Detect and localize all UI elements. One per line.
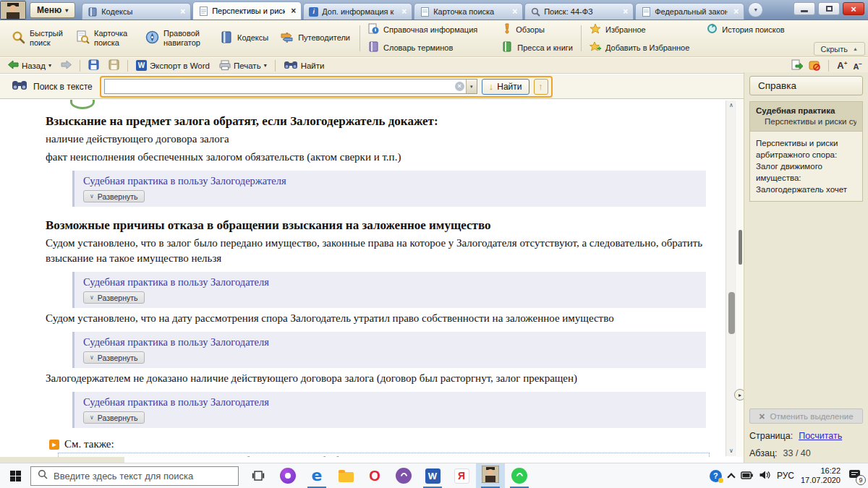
taskbar-app-consultantplus[interactable] bbox=[476, 463, 505, 488]
close-icon[interactable]: × bbox=[178, 7, 187, 17]
taskbar-search-box[interactable] bbox=[30, 466, 239, 486]
tray-expand-icon[interactable] bbox=[727, 473, 735, 481]
scrollbar-thumb[interactable] bbox=[728, 292, 735, 334]
claim-document-link[interactable]: Исковое заявление залогодержателя в арби… bbox=[64, 455, 548, 457]
history-icon bbox=[707, 23, 718, 35]
scroll-up-arrow[interactable]: ∧ bbox=[729, 102, 733, 109]
tab-dop-informatsiya[interactable]: i Доп. информация к абз... × bbox=[303, 3, 412, 20]
time: 16:22 bbox=[801, 466, 841, 476]
expand-button[interactable]: ∨ Развернуть bbox=[83, 351, 145, 364]
font-decrease-icon[interactable]: A− bbox=[853, 61, 862, 71]
search-history-button[interactable]: История поисков bbox=[707, 23, 784, 35]
practice-link[interactable]: Судебная практика в пользу Залогодателя bbox=[83, 336, 269, 348]
taskbar-app-viber[interactable] bbox=[389, 463, 418, 488]
find-previous-button[interactable]: ↑ bbox=[534, 79, 548, 95]
practice-link[interactable]: Судебная практика в пользу Залогодателя bbox=[83, 276, 269, 288]
tab-kartochka-poiska[interactable]: Карточка поиска × bbox=[414, 3, 523, 20]
find-in-text-button[interactable]: ↓ Найти bbox=[482, 79, 529, 95]
reviews-button[interactable]: Обзоры bbox=[502, 23, 573, 35]
cancel-selection-button[interactable]: × Отменить выделение bbox=[749, 408, 863, 424]
close-icon[interactable]: × bbox=[731, 7, 741, 17]
sidebar-card-subtitle: Перспективы и риски суд... bbox=[756, 117, 856, 126]
help-tray-icon[interactable]: ? bbox=[710, 470, 722, 482]
close-window-button[interactable]: × bbox=[843, 2, 864, 15]
close-icon[interactable]: × bbox=[399, 7, 409, 17]
document-toolbar: Назад ▾ W Экспорт в Word Печать ▾ Найти bbox=[0, 58, 868, 74]
search-card-button[interactable]: Карточка поиска bbox=[70, 26, 140, 51]
sidebar-selected-card[interactable]: Судебная практика Перспективы и риски су… bbox=[749, 101, 863, 202]
minimize-button[interactable] bbox=[793, 2, 815, 15]
taskbar-search-input[interactable] bbox=[54, 471, 231, 481]
start-button[interactable] bbox=[0, 463, 30, 488]
notification-center-icon[interactable]: 9 bbox=[848, 469, 861, 483]
clear-input-icon[interactable]: × bbox=[455, 82, 464, 91]
file-explorer-icon bbox=[339, 472, 354, 482]
taskbar-app-word[interactable]: W bbox=[418, 463, 447, 488]
codes-button[interactable]: Кодексы bbox=[214, 27, 274, 49]
taskbar-app-whatsapp[interactable] bbox=[505, 463, 534, 488]
star-icon bbox=[590, 23, 601, 35]
document-paragraph: Судом установлено, что на дату рассмотре… bbox=[46, 311, 706, 326]
tab-list-dropdown-button[interactable]: ▾ bbox=[748, 2, 763, 17]
export-word-button[interactable]: W Экспорт в Word bbox=[132, 59, 213, 72]
legal-navigator-button[interactable]: Правовой навигатор bbox=[140, 26, 214, 51]
close-icon[interactable]: × bbox=[289, 7, 298, 16]
word-icon: W bbox=[136, 60, 147, 71]
find-button[interactable]: Найти bbox=[280, 59, 328, 72]
taskbar-app-yandex[interactable]: Я bbox=[447, 463, 476, 488]
speaker-icon[interactable] bbox=[760, 469, 770, 482]
expand-button[interactable]: ∨ Развернуть bbox=[83, 411, 145, 424]
search-history-dropdown[interactable]: ▾ bbox=[466, 80, 477, 93]
glossary-button[interactable]: Словарь терминов bbox=[368, 41, 477, 53]
hide-panel-button[interactable]: Скрыть ▲ bbox=[814, 42, 866, 56]
document-paragraph: Судом установлено, что в залог было пере… bbox=[46, 236, 706, 266]
save-copy-button[interactable] bbox=[105, 59, 123, 72]
add-favorite-button[interactable]: Добавить в Избранное bbox=[590, 41, 689, 53]
menu-label: Меню bbox=[37, 5, 61, 15]
scroll-down-arrow[interactable]: ∨ bbox=[729, 448, 733, 455]
title-tab-strip: Меню ▾ Кодексы × Перспективы и риски а..… bbox=[0, 0, 868, 20]
save-as-icon bbox=[109, 59, 119, 72]
minimize-icon bbox=[801, 10, 808, 12]
splitter-grip[interactable] bbox=[739, 230, 742, 265]
expand-button[interactable]: ∨ Развернуть bbox=[83, 190, 145, 202]
expand-button[interactable]: ∨ Развернуть bbox=[83, 291, 145, 304]
content-scrollbar[interactable]: ∧ ∨ bbox=[726, 100, 736, 456]
caret-down-icon: ▾ bbox=[754, 7, 757, 13]
count-pages-link[interactable]: Посчитать bbox=[799, 431, 842, 441]
taskbar-app-opera[interactable]: O bbox=[360, 463, 389, 488]
font-increase-icon[interactable]: A+ bbox=[837, 61, 847, 70]
tab-poisk-44fz[interactable]: Поиск: 44-ФЗ × bbox=[524, 3, 634, 20]
reference-info-button[interactable]: Справочная информация bbox=[368, 23, 477, 35]
taskbar-app-explorer[interactable] bbox=[331, 463, 360, 488]
taskbar-app-edge[interactable]: e bbox=[302, 463, 331, 488]
quick-search-button[interactable]: Быстрый поиск bbox=[6, 26, 70, 51]
menu-button[interactable]: Меню ▾ bbox=[30, 2, 75, 18]
favorites-button[interactable]: Избранное bbox=[590, 23, 689, 35]
press-books-button[interactable]: Пресса и книги bbox=[502, 41, 573, 53]
tab-kodeksy[interactable]: Кодексы × bbox=[82, 3, 191, 20]
practice-link[interactable]: Судебная практика в пользу Залогодержате… bbox=[83, 175, 286, 187]
search-in-text-input[interactable] bbox=[105, 80, 455, 93]
see-also-label: См. также: bbox=[64, 438, 114, 450]
guides-button[interactable]: Путеводители bbox=[274, 27, 356, 49]
practice-link[interactable]: Судебная практика в пользу Залогодателя bbox=[83, 396, 269, 408]
taskbar-app-alice[interactable] bbox=[273, 463, 302, 488]
task-view-button[interactable] bbox=[252, 470, 265, 481]
export-document-icon[interactable] bbox=[791, 59, 803, 72]
panel-splitter[interactable]: ▸ bbox=[737, 100, 744, 457]
close-icon[interactable]: × bbox=[510, 7, 519, 17]
cancel-selection-label: Отменить выделение bbox=[770, 412, 854, 421]
tab-perspektivy-i-riski[interactable]: Перспективы и риски а... × bbox=[192, 1, 302, 20]
back-button[interactable]: Назад ▾ bbox=[4, 59, 55, 72]
clock[interactable]: 16:22 17.07.2020 bbox=[801, 466, 841, 485]
print-button[interactable]: Печать ▾ bbox=[216, 59, 271, 72]
close-icon[interactable]: × bbox=[621, 7, 630, 17]
block-document-icon[interactable] bbox=[809, 59, 820, 72]
language-indicator[interactable]: РУС bbox=[777, 471, 794, 481]
restore-button[interactable] bbox=[818, 2, 840, 15]
battery-icon[interactable] bbox=[741, 469, 753, 482]
forward-button[interactable] bbox=[57, 59, 75, 72]
save-button[interactable] bbox=[85, 59, 103, 72]
tab-federalny-zakon[interactable]: Федеральный закон от... × bbox=[635, 3, 744, 20]
